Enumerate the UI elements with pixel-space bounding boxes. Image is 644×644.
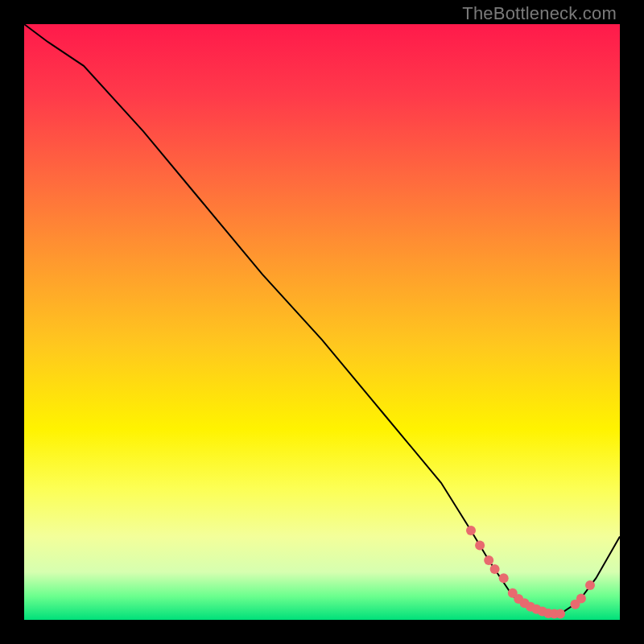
- highlight-dot: [466, 526, 476, 535]
- highlight-dot: [475, 541, 485, 551]
- highlight-dot: [555, 609, 565, 619]
- highlight-dots: [466, 526, 595, 619]
- watermark-text: TheBottleneck.com: [462, 3, 617, 24]
- curve-layer: [24, 24, 620, 620]
- highlight-dot: [499, 573, 509, 583]
- highlight-dot: [576, 593, 586, 603]
- highlight-dot: [490, 564, 500, 574]
- highlight-dot: [585, 580, 595, 590]
- chart-stage: TheBottleneck.com: [0, 0, 644, 644]
- plot-area: [24, 24, 620, 620]
- bottleneck-curve: [24, 24, 620, 614]
- highlight-dot: [484, 555, 493, 565]
